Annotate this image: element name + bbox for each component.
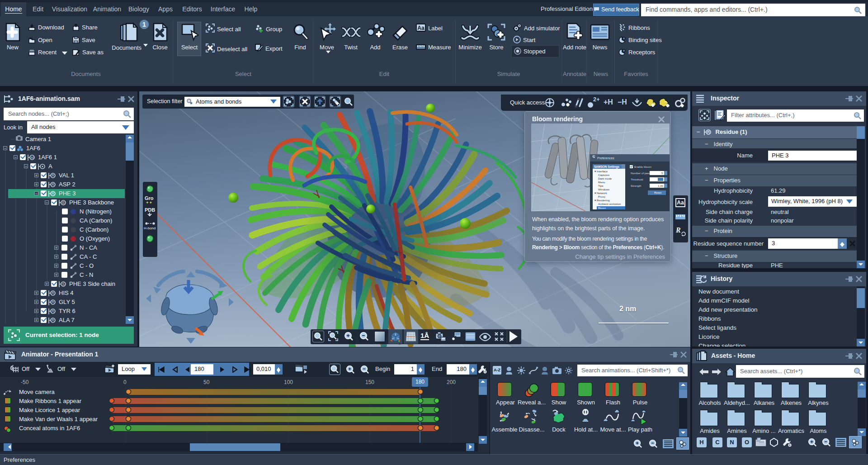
svg-text:Captures: Captures (598, 173, 609, 176)
svg-text:Enable bloom: Enable bloom (634, 165, 651, 168)
svg-text:Dark mode: Dark mode (598, 177, 612, 180)
svg-text:1,00: 1,00 (658, 184, 664, 187)
svg-text:R: R (52, 300, 54, 304)
svg-text:2+: 2+ (593, 97, 599, 103)
svg-text:Windows: Windows (598, 188, 609, 191)
svg-text:Proxy: Proxy (598, 195, 606, 198)
svg-text:R: R (707, 130, 710, 134)
svg-text:Menu: Menu (598, 180, 605, 184)
svg-text:R: R (52, 318, 54, 323)
svg-text:Aa: Aa (417, 25, 425, 31)
svg-text:R: R (52, 309, 54, 313)
svg-text:▾ Network: ▾ Network (594, 191, 607, 195)
svg-text:Preferences: Preferences (597, 157, 614, 160)
svg-text:R: R (52, 191, 54, 196)
svg-text:R: R (52, 173, 54, 178)
svg-text:▾ Rendering: ▾ Rendering (594, 199, 610, 202)
svg-text:Ambient occlusion: Ambient occlusion (598, 202, 621, 205)
svg-text:Strength: Strength (631, 184, 642, 187)
svg-text:▾ Interface: ▾ Interface (594, 170, 608, 173)
svg-text:R: R (52, 291, 54, 295)
svg-text:S: S (62, 282, 65, 286)
svg-text:5: 5 (661, 171, 663, 175)
svg-text:Bloom: Bloom (598, 207, 606, 209)
svg-text:R: R (52, 182, 54, 187)
svg-text:Reset: Reset (654, 191, 661, 194)
svg-text:M: M (31, 156, 34, 160)
svg-text:B: B (62, 200, 65, 205)
svg-text:Tips: Tips (598, 184, 603, 187)
svg-text:Threshold: Threshold (631, 178, 643, 181)
svg-text:1: 1 (142, 21, 146, 28)
svg-text:SAMSON Settings: SAMSON Settings (594, 165, 619, 169)
